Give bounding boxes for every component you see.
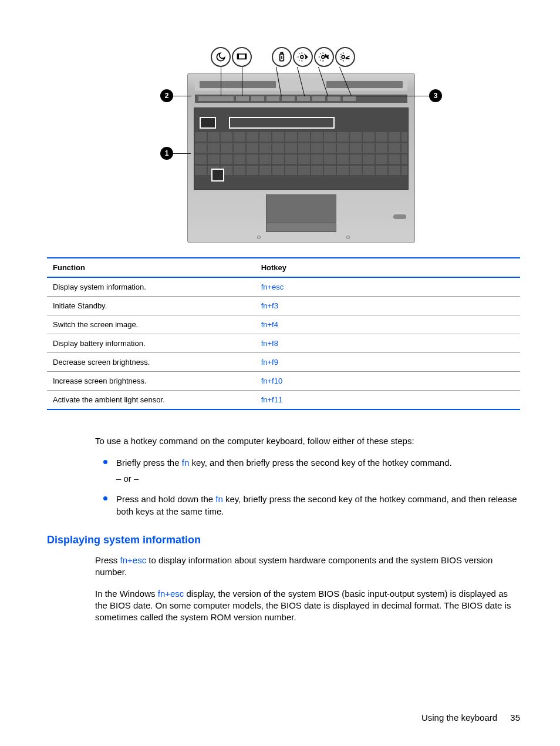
- esc-key-highlight: [200, 117, 216, 129]
- p1-a: Press: [95, 555, 120, 565]
- step-1-text-a: Briefly press the: [116, 458, 182, 468]
- p2-a: In the Windows: [95, 589, 158, 599]
- cell-function: Decrease screen brightness.: [47, 353, 255, 372]
- step-2: Press and hold down the fn key, briefly …: [95, 493, 520, 518]
- page-footer: Using the keyboard 35: [421, 713, 520, 723]
- screen-switch-icon: [232, 47, 252, 67]
- table-row: Initiate Standby.fn+f3: [47, 297, 520, 315]
- or-separator: – or –: [116, 472, 520, 485]
- moon-standby-icon: [211, 47, 231, 67]
- laptop-illustration: [187, 73, 415, 243]
- cell-hotkey: fn+f4: [255, 315, 520, 334]
- fn-key-highlight: [211, 169, 224, 182]
- cell-function: Initiate Standby.: [47, 297, 255, 315]
- step-1-text-b: key, and then briefly press the second k…: [189, 458, 451, 468]
- callout-3: 3: [429, 89, 442, 102]
- cell-hotkey: fn+f10: [255, 372, 520, 391]
- cell-hotkey: fn+f11: [255, 391, 520, 410]
- brightness-down-icon: [293, 47, 313, 67]
- ambient-light-icon: [335, 47, 355, 67]
- section-heading: Displaying system information: [47, 534, 520, 546]
- footer-page-number: 35: [510, 713, 520, 723]
- table-row: Display battery information.fn+f8: [47, 334, 520, 353]
- th-hotkey: Hotkey: [255, 258, 520, 277]
- fkey-row-highlight: [229, 117, 335, 129]
- battery-info-icon: [272, 47, 292, 67]
- step-2-text-a: Press and hold down the: [116, 494, 215, 504]
- callout-1: 1: [160, 147, 173, 160]
- section-para-2: In the Windows fn+esc display, the versi…: [95, 588, 520, 624]
- cell-function: Display battery information.: [47, 334, 255, 353]
- svg-rect-2: [245, 54, 247, 59]
- cell-function: Activate the ambient light sensor.: [47, 391, 255, 410]
- intro-text: To use a hotkey command on the computer …: [95, 436, 520, 446]
- section-para-1: Press fn+esc to display information abou…: [95, 555, 520, 579]
- table-row: Display system information.fn+esc: [47, 277, 520, 297]
- svg-point-8: [342, 56, 345, 59]
- table-row: Switch the screen image.fn+f4: [47, 315, 520, 334]
- fn-esc-label: fn+esc: [158, 589, 184, 599]
- step-1: Briefly press the fn key, and then brief…: [95, 456, 520, 485]
- table-row: Activate the ambient light sensor.fn+f11: [47, 391, 520, 410]
- cell-hotkey: fn+f8: [255, 334, 520, 353]
- table-row: Decrease screen brightness.fn+f9: [47, 353, 520, 372]
- hotkey-table: Function Hotkey Display system informati…: [47, 257, 520, 410]
- svg-point-6: [301, 56, 303, 59]
- hotkey-diagram: 2 3 1: [82, 47, 520, 247]
- fn-key-label: fn: [215, 494, 223, 504]
- cell-function: Switch the screen image.: [47, 315, 255, 334]
- svg-rect-0: [238, 54, 245, 59]
- callout-2: 2: [160, 89, 173, 102]
- svg-rect-4: [281, 53, 282, 55]
- cell-function: Increase screen brightness.: [47, 372, 255, 391]
- brightness-up-icon: [314, 47, 334, 67]
- p1-b: to display information about system hard…: [95, 555, 492, 577]
- cell-hotkey: fn+f3: [255, 297, 520, 315]
- table-row: Increase screen brightness.fn+f10: [47, 372, 520, 391]
- fn-esc-label: fn+esc: [120, 555, 147, 565]
- cell-hotkey: fn+f9: [255, 353, 520, 372]
- cell-hotkey: fn+esc: [255, 277, 520, 297]
- fn-key-label: fn: [182, 458, 190, 468]
- cell-function: Display system information.: [47, 277, 255, 297]
- footer-section: Using the keyboard: [421, 713, 497, 723]
- svg-point-7: [322, 56, 325, 59]
- svg-rect-1: [238, 54, 239, 59]
- th-function: Function: [47, 258, 255, 277]
